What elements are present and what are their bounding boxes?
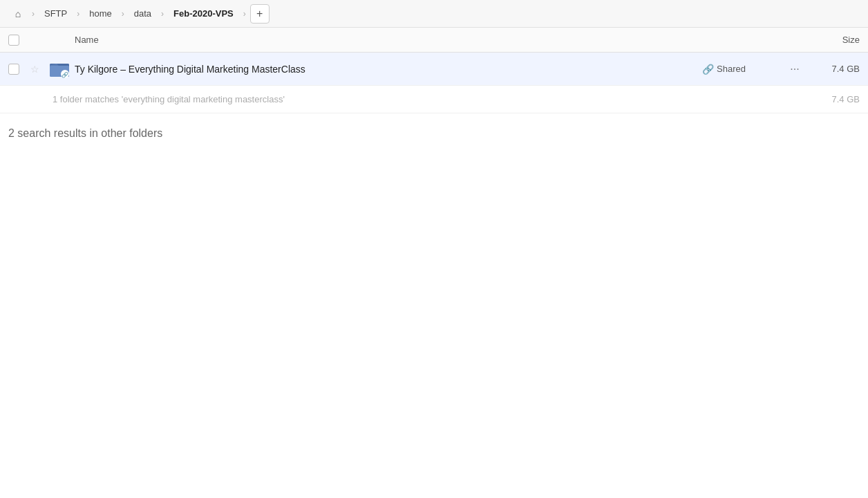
- sub-result-row: 1 folder matches 'everything digital mar…: [0, 86, 868, 113]
- header-checkbox-col: [8, 35, 30, 46]
- folder-icon-col: 🔗: [50, 60, 75, 78]
- other-folders-section: 2 search results in other folders: [0, 113, 868, 148]
- breadcrumb-feb-2020-vps[interactable]: Feb-2020-VPS: [168, 6, 239, 21]
- link-icon: 🔗: [702, 64, 714, 75]
- sub-result-size: 7.4 GB: [804, 94, 860, 104]
- breadcrumb-sep-3: ›: [160, 9, 165, 19]
- breadcrumb-data[interactable]: data: [129, 6, 157, 21]
- row-checkbox[interactable]: [8, 64, 19, 75]
- table-header: Name Size: [0, 28, 868, 53]
- header-size-col: Size: [804, 35, 860, 45]
- breadcrumb-sep-2: ›: [120, 9, 126, 19]
- header-name-col: Name: [75, 35, 804, 45]
- other-folders-title: 2 search results in other folders: [8, 127, 860, 140]
- breadcrumb-sep-1: ›: [75, 9, 81, 19]
- star-col: ☆: [30, 63, 50, 75]
- shared-label: 🔗 Shared: [702, 64, 785, 75]
- row-checkbox-col: [8, 64, 30, 75]
- file-name: Ty Kilgore – Everything Digital Marketin…: [75, 64, 702, 75]
- ellipsis-icon: ···: [790, 63, 799, 75]
- breadcrumb-sftp[interactable]: SFTP: [39, 6, 73, 21]
- breadcrumb-home-dir[interactable]: home: [84, 6, 117, 21]
- svg-text:🔗: 🔗: [62, 71, 68, 78]
- home-icon: ⌂: [15, 8, 21, 19]
- star-icon[interactable]: ☆: [30, 64, 39, 75]
- folder-icon: 🔗: [50, 60, 70, 78]
- add-tab-button[interactable]: +: [250, 4, 270, 24]
- file-row-ty-kilgore[interactable]: ☆ 🔗 Ty Kilgore – Everything Digital Mark…: [0, 53, 868, 86]
- more-options-button[interactable]: ···: [785, 59, 804, 79]
- breadcrumb-sep-0: ›: [30, 9, 36, 19]
- sub-result-text: 1 folder matches 'everything digital mar…: [53, 94, 804, 104]
- home-button[interactable]: ⌂: [8, 4, 28, 24]
- breadcrumb-bar: ⌂ › SFTP › home › data › Feb-2020-VPS › …: [0, 0, 868, 28]
- file-size: 7.4 GB: [804, 64, 860, 74]
- select-all-checkbox[interactable]: [8, 35, 19, 46]
- breadcrumb-sep-4: ›: [242, 9, 247, 19]
